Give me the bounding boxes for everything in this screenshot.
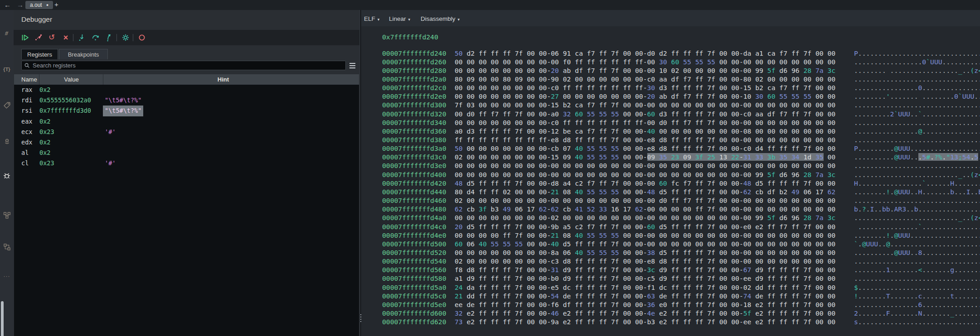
chevron-down-icon: ▾ bbox=[458, 17, 460, 22]
breakpoint-button[interactable] bbox=[137, 33, 146, 42]
hex-row[interactable]: 00007fffffffd26000 00 00 00 00 00 00 00-… bbox=[361, 58, 980, 66]
menu-linear[interactable]: Linear▾ bbox=[389, 10, 410, 26]
tab-a-out[interactable]: a.out ● bbox=[25, 1, 53, 9]
hex-address: 00007fffffffd540 bbox=[382, 257, 446, 265]
hex-row[interactable]: 00007fffffffd5e0ee de ff ff ff 7f 00 00-… bbox=[361, 300, 980, 309]
hex-bytes: 00 00 00 00 00 00 00 00-00 00 00 00 00 0… bbox=[455, 161, 835, 170]
sidebar-item-flags[interactable] bbox=[0, 99, 14, 111]
menu-disassembly[interactable]: Disassembly▾ bbox=[421, 10, 460, 26]
icon-sidebar: # {T} bbox=[0, 10, 14, 336]
hex-row[interactable]: 00007fffffffd4a000 00 00 00 00 00 00 00-… bbox=[361, 213, 980, 222]
sidebar-item-graphs[interactable] bbox=[0, 241, 14, 253]
register-row[interactable]: cl0x23'#' bbox=[14, 158, 359, 168]
register-row[interactable]: al0x2 bbox=[14, 148, 359, 158]
hex-ascii: ................................ bbox=[854, 135, 980, 144]
hex-row[interactable]: 00007fffffffd5c021 dd ff ff ff 7f 00 00-… bbox=[361, 292, 980, 300]
debug-settings-button[interactable] bbox=[121, 33, 130, 42]
sidebar-item-functions[interactable]: # bbox=[0, 27, 14, 39]
register-row[interactable]: edx0x2 bbox=[14, 137, 359, 148]
hex-row[interactable]: 00007fffffffd60032 e2 ff ff ff 7f 00 00-… bbox=[361, 309, 980, 317]
search-input[interactable] bbox=[32, 62, 345, 69]
hex-row[interactable]: 00007fffffffd580a1 d9 ff ff ff 7f 00 00-… bbox=[361, 274, 980, 283]
register-row[interactable]: ecx0x23'#' bbox=[14, 127, 359, 137]
column-hint[interactable]: Hint bbox=[104, 74, 342, 85]
hex-row[interactable]: 00007fffffffd46002 00 00 00 00 00 00 00-… bbox=[361, 196, 980, 205]
hex-bytes: 02 00 00 00 00 00 00 00-c3 d8 ff ff ff 7… bbox=[455, 257, 835, 265]
continue-until-pointer-button[interactable] bbox=[34, 33, 43, 42]
hex-row[interactable]: 00007fffffffd2c000 00 00 00 00 00 00 00-… bbox=[361, 83, 980, 92]
hex-address: 00007fffffffd3e0 bbox=[382, 161, 446, 170]
hex-row[interactable]: 00007fffffffd34000 00 00 00 00 00 00 00-… bbox=[361, 118, 980, 127]
back-icon[interactable]: ← bbox=[4, 0, 11, 10]
register-name: rdi bbox=[21, 95, 32, 106]
hex-bytes: ee de ff ff ff 7f 00 00-f6 df ff ff ff 7… bbox=[455, 300, 835, 309]
hex-row[interactable]: 00007fffffffd42048 d5 ff ff ff 7f 00 00-… bbox=[361, 179, 980, 187]
hex-row[interactable]: 00007fffffffd28000 00 00 00 00 00 00 00-… bbox=[361, 66, 980, 75]
hex-row[interactable]: 00007fffffffd32000 d0 ff f7 ff 7f 00 00-… bbox=[361, 110, 980, 118]
step-out-button[interactable] bbox=[105, 33, 114, 42]
hex-ascii: $............................... bbox=[854, 283, 980, 292]
register-row[interactable]: rsi0x7fffffffd3d0"\t5#\t?%" bbox=[14, 106, 359, 116]
hex-ascii: ........!.@UUU..H.......b...I..b bbox=[854, 187, 980, 196]
hex-row[interactable]: 00007fffffffd54002 00 00 00 00 00 00 00-… bbox=[361, 257, 980, 265]
column-value[interactable]: Value bbox=[39, 74, 103, 85]
hex-row[interactable]: 00007fffffffd360a0 d3 ff ff ff 7f 00 00-… bbox=[361, 127, 980, 135]
hex-row[interactable]: 00007fffffffd24050 d2 ff ff ff 7f 00 00-… bbox=[361, 49, 980, 58]
hex-row[interactable]: 00007fffffffd5a024 da ff ff ff 7f 00 00-… bbox=[361, 283, 980, 292]
hex-address: 00007fffffffd5a0 bbox=[382, 283, 446, 292]
continue-button[interactable] bbox=[21, 33, 30, 42]
sidebar-item-classes[interactable] bbox=[0, 209, 14, 221]
register-name: cl bbox=[21, 158, 29, 168]
hex-row[interactable]: 00007fffffffd3007f 03 00 00 00 00 00 00-… bbox=[361, 101, 980, 109]
hexdump-panel: ELF▾ Linear▾ Disassembly▾ 0x7fffffffd240… bbox=[361, 10, 980, 336]
register-row[interactable]: rdi0x5555556032a0"\t5#\t?%" bbox=[14, 95, 359, 106]
sidebar-item-locations[interactable] bbox=[0, 135, 14, 147]
register-value: 0x2 bbox=[39, 85, 50, 95]
menu-elf[interactable]: ELF▾ bbox=[364, 10, 379, 26]
hex-row[interactable]: 00007fffffffd50060 06 40 55 55 55 00 00-… bbox=[361, 240, 980, 248]
hex-row[interactable]: 00007fffffffd48062 cb 3f b3 49 06 17 62-… bbox=[361, 205, 980, 213]
hex-address: 00007fffffffd4e0 bbox=[382, 231, 446, 240]
sidebar-scrollbar[interactable] bbox=[1, 301, 4, 336]
hex-row[interactable]: 00007fffffffd3e000 00 00 00 00 00 00 00-… bbox=[361, 161, 980, 170]
sidebar-item-types[interactable]: {T} bbox=[0, 63, 14, 75]
forward-icon[interactable]: → bbox=[17, 0, 24, 10]
hex-ascii: `.@UUU..@....................... bbox=[854, 240, 980, 248]
register-search[interactable] bbox=[21, 61, 346, 70]
restart-button[interactable]: ↺ bbox=[47, 33, 56, 42]
hex-row[interactable]: 00007fffffffd3a050 00 00 00 00 00 00 00-… bbox=[361, 144, 980, 153]
hex-bytes: 50 00 00 00 00 00 00 00-cb 07 40 55 55 5… bbox=[455, 144, 835, 153]
hex-ascii: ...............`............... bbox=[854, 222, 980, 231]
tab-registers[interactable]: Registers bbox=[21, 49, 58, 59]
flow-graph-icon bbox=[3, 243, 11, 251]
step-into-icon bbox=[78, 33, 87, 42]
hex-ascii: ................................ bbox=[854, 75, 980, 83]
hex-address: 00007fffffffd3a0 bbox=[382, 144, 446, 153]
hex-bytes: 48 d5 ff ff ff 7f 00 00-d8 a4 c2 f7 ff 7… bbox=[455, 179, 835, 187]
hex-row[interactable]: 00007fffffffd62073 e2 ff ff ff 7f 00 00-… bbox=[361, 317, 980, 326]
hex-row[interactable]: 00007fffffffd560f8 d8 ff ff ff 7f 00 00-… bbox=[361, 265, 980, 274]
tab-breakpoints[interactable]: Breakpoints bbox=[59, 49, 108, 59]
register-options-button[interactable] bbox=[347, 61, 357, 70]
hex-row[interactable]: 00007fffffffd52000 00 00 00 00 00 00 00-… bbox=[361, 248, 980, 257]
hex-row[interactable]: 00007fffffffd2a080 09 00 00 80 09 00 00-… bbox=[361, 75, 980, 83]
step-into-button[interactable] bbox=[78, 33, 87, 42]
hex-row[interactable]: 00007fffffffd2e000 00 00 00 00 00 00 00-… bbox=[361, 92, 980, 101]
stop-button[interactable]: × bbox=[61, 33, 70, 42]
panel-title: Debugger bbox=[21, 15, 52, 24]
hex-row[interactable]: 00007fffffffd40000 00 00 00 00 00 00 00-… bbox=[361, 170, 980, 179]
register-row[interactable]: rax0x2 bbox=[14, 85, 359, 95]
sidebar-item-more[interactable]: ··· bbox=[0, 270, 14, 282]
step-over-button[interactable] bbox=[91, 33, 100, 42]
column-name[interactable]: Name bbox=[21, 74, 37, 85]
hex-ascii: b.?.I..bb.AR3..b................ bbox=[854, 205, 980, 213]
hex-row[interactable]: 00007fffffffd4e000 00 00 00 ff 7f 00 00-… bbox=[361, 231, 980, 240]
hex-row[interactable]: 00007fffffffd380ff ff ff ff ff ff ff ff-… bbox=[361, 135, 980, 144]
register-row[interactable]: eax0x2 bbox=[14, 116, 359, 127]
hex-ascii: .........................._..(z< bbox=[854, 213, 980, 222]
sidebar-item-debugger[interactable] bbox=[0, 170, 14, 182]
hex-row[interactable]: 00007fffffffd44080 d4 ff ff 02 00 00 00-… bbox=[361, 187, 980, 196]
new-tab-button[interactable]: + bbox=[54, 0, 58, 10]
hex-row[interactable]: 00007fffffffd3c002 00 00 00 00 00 00 00-… bbox=[361, 153, 980, 161]
hex-row[interactable]: 00007fffffffd4c020 d5 ff ff ff 7f 00 00-… bbox=[361, 222, 980, 231]
